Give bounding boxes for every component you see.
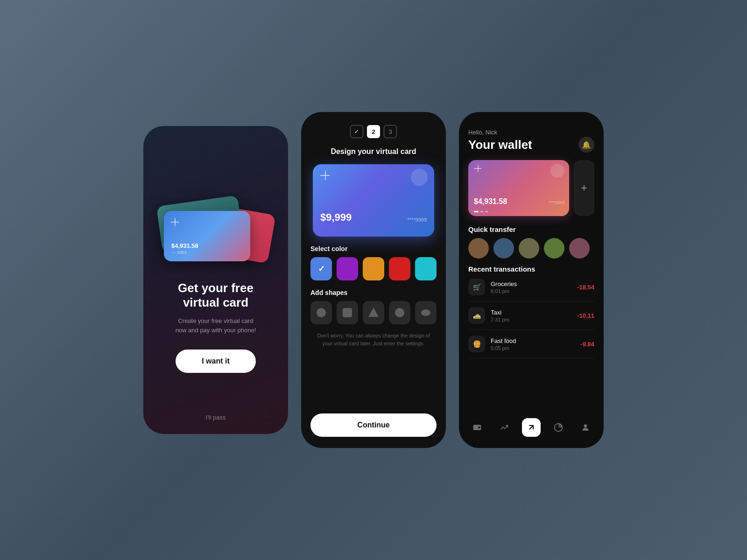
- transaction-info-fastfood: Fast food 5:05 pm: [491, 337, 580, 351]
- add-shapes-label: Add shapes: [310, 289, 437, 296]
- preview-card-circle: [411, 169, 428, 186]
- nav-chart-icon[interactable]: [495, 418, 514, 437]
- svg-rect-1: [343, 308, 352, 317]
- avatar-1[interactable]: [468, 238, 489, 259]
- step-2-active: 2: [367, 125, 380, 138]
- shape-4[interactable]: [389, 301, 410, 324]
- card-dots: [474, 211, 488, 212]
- notification-bell-icon[interactable]: 🔔: [578, 137, 594, 153]
- color-purple[interactable]: [337, 257, 358, 280]
- wallet-card-circle: [550, 164, 564, 178]
- nav-profile-icon[interactable]: [576, 418, 595, 437]
- transaction-name-fastfood: Fast food: [491, 337, 580, 344]
- transaction-time-fastfood: 5:05 pm: [491, 345, 580, 351]
- step-3-next: 3: [384, 125, 397, 138]
- transaction-name-groceries: Groceries: [491, 280, 577, 287]
- wallet-title-row: Your wallet 🔔: [468, 137, 594, 153]
- wallet-card-number: ****3353: [549, 200, 564, 205]
- svg-point-4: [421, 309, 430, 316]
- add-card-button[interactable]: +: [574, 160, 594, 216]
- avatar-5[interactable]: [569, 238, 590, 259]
- svg-point-9: [584, 424, 587, 427]
- transaction-info-groceries: Groceries 8:01 pm: [491, 280, 577, 294]
- screens-container: $4,931.58 ·····3353 $4,931.58 ·····3353 …: [143, 112, 604, 448]
- nav-wallet-icon[interactable]: [468, 418, 486, 437]
- shape-1[interactable]: [310, 301, 332, 324]
- transaction-time-taxi: 7:31 pm: [491, 317, 577, 322]
- wallet-title: Your wallet: [468, 138, 532, 152]
- dot-2: [480, 211, 483, 212]
- card-preview: $9,999 ****9999: [313, 164, 434, 237]
- wallet-header: Hello, Nick Your wallet 🔔: [459, 112, 604, 153]
- card-logo-icon-front: [169, 217, 181, 228]
- svg-line-7: [529, 426, 533, 429]
- transaction-info-taxi: Taxi 7:31 pm: [491, 309, 577, 322]
- color-orange[interactable]: [363, 257, 384, 280]
- dot-1: [474, 211, 479, 212]
- transaction-row-taxi[interactable]: 🚕 Taxi 7:31 pm -10.11: [468, 301, 594, 330]
- transaction-name-taxi: Taxi: [491, 309, 577, 316]
- recent-transactions-title: Recent transactions: [459, 265, 604, 273]
- screen-1-content: Get your free virtual card Create your f…: [176, 281, 256, 414]
- screen-1-subtitle: Create your free virtual card now and pa…: [176, 316, 256, 335]
- color-blue[interactable]: [310, 257, 332, 280]
- screen-1: $4,931.58 ·····3353 $4,931.58 ·····3353 …: [143, 126, 288, 434]
- taxi-icon: 🚕: [468, 307, 485, 324]
- transactions-list: 🛒 Groceries 8:01 pm -18.54 🚕 Taxi 7:31 p…: [459, 273, 604, 412]
- design-card-title: Design your virtual card: [331, 147, 416, 156]
- color-options: [310, 257, 437, 280]
- wallet-card-area: $4,931.58 ****3353 +: [459, 153, 604, 224]
- shape-options: [310, 301, 437, 324]
- transaction-amount-groceries: -18.54: [577, 284, 594, 291]
- avatar-2[interactable]: [493, 238, 514, 259]
- quick-transfer-title: Quick transfer: [459, 225, 604, 233]
- select-color-label: Select color: [310, 245, 437, 252]
- screen-1-title: Get your free virtual card: [178, 281, 254, 310]
- svg-marker-2: [368, 308, 379, 317]
- fastfood-icon: 🍔: [468, 336, 485, 352]
- shape-3[interactable]: [363, 301, 384, 324]
- quick-transfer-avatars: [459, 233, 604, 263]
- color-red[interactable]: [389, 257, 410, 280]
- avatar-4[interactable]: [544, 238, 564, 259]
- transaction-amount-fastfood: -9.84: [580, 341, 594, 348]
- shape-5[interactable]: [415, 301, 437, 324]
- hint-text: Don't worry. You can always change the d…: [315, 332, 432, 347]
- card-number-front: ·····3353: [171, 250, 243, 255]
- color-cyan[interactable]: [415, 257, 437, 280]
- screen-2: ✓ 2 3 Design your virtual card $9,999 **…: [301, 112, 446, 448]
- card-front-main: $4,931.58 ·····3353: [164, 211, 250, 261]
- ill-pass-button[interactable]: I'll pass: [206, 414, 226, 421]
- nav-send-icon[interactable]: [522, 418, 541, 437]
- svg-point-0: [317, 308, 326, 317]
- main-wallet-card[interactable]: $4,931.58 ****3353: [468, 160, 569, 216]
- cards-illustration: $4,931.58 ·····3353 $4,931.58 ·····3353 …: [155, 154, 277, 266]
- preview-number: ****9999: [407, 217, 427, 223]
- want-it-button[interactable]: I want it: [176, 350, 256, 373]
- shape-2[interactable]: [337, 301, 358, 324]
- preview-amount: $9,999: [320, 211, 352, 224]
- step-1-check: ✓: [350, 125, 363, 138]
- card-amount-front: $4,931.58: [171, 242, 243, 249]
- avatar-3[interactable]: [519, 238, 539, 259]
- step-indicator: ✓ 2 3: [350, 125, 397, 138]
- dot-3: [485, 211, 488, 212]
- plus-icon: +: [581, 182, 587, 194]
- nav-pie-icon[interactable]: [549, 418, 568, 437]
- greeting-text: Hello, Nick: [468, 129, 594, 136]
- svg-rect-3: [395, 308, 404, 317]
- transaction-row-fastfood[interactable]: 🍔 Fast food 5:05 pm -9.84: [468, 330, 594, 358]
- svg-rect-6: [478, 427, 480, 428]
- transaction-amount-taxi: -10.11: [577, 312, 594, 319]
- groceries-icon: 🛒: [468, 279, 485, 295]
- transaction-time-groceries: 8:01 pm: [491, 288, 577, 294]
- continue-button[interactable]: Continue: [310, 413, 437, 437]
- bottom-nav: [459, 412, 604, 448]
- transaction-row-groceries[interactable]: 🛒 Groceries 8:01 pm -18.54: [468, 273, 594, 301]
- screen-3: Hello, Nick Your wallet 🔔 $4,931.58 ****…: [459, 112, 604, 448]
- wallet-card-amount: $4,931.58: [474, 197, 507, 206]
